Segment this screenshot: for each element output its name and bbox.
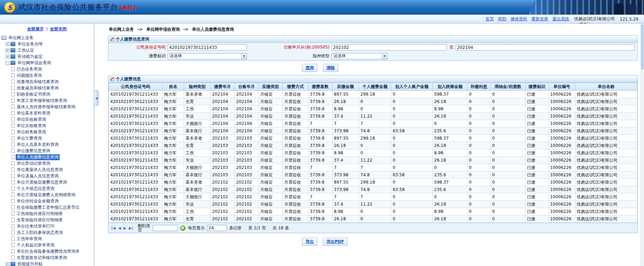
topbar-link[interactable]: 重新登录 xyxy=(531,16,548,22)
tree-item-label[interactable]: 单位应收账查询 xyxy=(16,117,47,123)
tree-leaf[interactable]: 个人权益记录单查询 xyxy=(0,242,94,248)
tree-item-label[interactable]: 个人卡状态信息查询 xyxy=(16,186,55,192)
tree-item-label[interactable]: 社会保险缴费工资申报汇总表导出 xyxy=(16,205,81,210)
tree-leaf[interactable]: 单位异动记录查询 xyxy=(0,160,94,167)
tree-item-label[interactable]: 单位月度核定缴费信息查询 xyxy=(16,179,68,185)
tree-leaf[interactable]: 单位欠费查询 xyxy=(0,135,94,141)
tree-expand-toggle[interactable]: + xyxy=(6,49,9,52)
first-page-button[interactable]: |◀ xyxy=(111,226,115,230)
sidebar-collapse-handle[interactable]: ◀ xyxy=(94,90,99,106)
topbar-link[interactable]: 修改密码 xyxy=(510,16,527,22)
tree-folder[interactable]: +工伤认定 xyxy=(0,47,94,53)
tree-leaf[interactable]: 生育就医登记审核结果查询 xyxy=(0,254,94,261)
clear-button[interactable]: 清除 xyxy=(323,64,338,72)
tree-leaf[interactable]: 已办业务查询 xyxy=(0,66,94,72)
tree-folder[interactable]: +劳动能力鉴定 xyxy=(0,53,94,60)
tree-item-label[interactable]: 单位异动记录查询 xyxy=(16,161,51,167)
tree-leaf[interactable]: 单位月度核定缴费信息查询 xyxy=(0,179,94,185)
tree-item-label[interactable]: 员工入职前参保状态查询 xyxy=(16,230,64,236)
tree-item-label[interactable]: 单位人员基本资料查询 xyxy=(16,142,60,148)
tree-item-label[interactable]: 生育保险待遇应付明细表 xyxy=(16,217,64,223)
query-button[interactable]: 查询 xyxy=(302,64,317,72)
topbar-link[interactable]: 帮助 xyxy=(498,16,506,22)
tree-item-label[interactable]: 单位人员缴费信息查询 xyxy=(16,154,60,160)
tree-leaf[interactable]: 社会保险缴费工资申报汇总表导出 xyxy=(0,204,94,210)
tree-leaf[interactable]: 职称资格证书查询 xyxy=(0,91,94,97)
prev-page-button[interactable]: ◀ xyxy=(118,226,121,230)
id-input[interactable] xyxy=(168,44,247,51)
tree-leaf[interactable]: 个人卡状态信息查询 xyxy=(0,185,94,192)
topbar-link[interactable]: 首页 xyxy=(485,16,494,22)
topbar-link[interactable]: 退出系统 xyxy=(552,16,569,22)
tree-item-label[interactable]: 单位实收账查询 xyxy=(16,123,47,129)
tree-leaf[interactable]: 单位税务账查询 xyxy=(0,129,94,135)
tree-item-label[interactable]: 工伤保险待遇应付明细表 xyxy=(16,211,64,217)
go-page-button[interactable] xyxy=(180,226,185,231)
tree-leaf[interactable]: 批量增员审核结果查询 xyxy=(0,79,94,85)
tree-leaf[interactable]: 员工入职前参保状态查询 xyxy=(0,229,94,236)
tree-item-label[interactable]: 技能提升补贴 xyxy=(16,261,44,266)
next-page-button[interactable]: ▶ xyxy=(123,226,126,230)
export-pdf-button[interactable]: 导出PDF xyxy=(323,238,348,246)
insurance-type-select[interactable]: 请选择 ▼ xyxy=(332,53,387,59)
tree-item-label[interactable]: 单位网申综合查询 xyxy=(16,60,52,66)
tree-item-label[interactable]: 单位往来结算单打印 xyxy=(16,223,55,229)
tree-leaf[interactable]: 年度工资申报审核结果查询 xyxy=(0,97,94,104)
tree-leaf[interactable]: 单位往来结算单打印 xyxy=(0,223,94,229)
tree-leaf[interactable]: 单位实收账查询 xyxy=(0,123,94,129)
tree-leaf[interactable]: 生育保险待遇应付明细表 xyxy=(0,217,94,223)
tree-item-label[interactable]: 劳动能力鉴定 xyxy=(16,54,44,60)
tree-item-label[interactable]: 工伤认定 xyxy=(16,47,35,53)
tree-leaf[interactable]: 单位基本资料查询 xyxy=(0,110,94,116)
tree-item-label[interactable]: 退休人员待遇申报审核结果查询 xyxy=(16,104,76,110)
goto-page-input[interactable] xyxy=(153,225,178,231)
tree-item-label[interactable]: 已办业务查询 xyxy=(16,66,43,72)
tree-item-label[interactable]: 单位税务账查询 xyxy=(16,129,47,135)
export-button[interactable]: 导出 xyxy=(302,238,317,246)
tree-leaf[interactable]: 单位人员基本资料查询 xyxy=(0,141,94,148)
tree-item-label[interactable]: 单位基本资料查询 xyxy=(16,110,51,116)
tree-item-label[interactable]: 单位月度核定缴费人员明细查询 xyxy=(16,192,76,198)
tree-root[interactable]: 单位网上业务 xyxy=(0,35,94,41)
tree-leaf[interactable]: 单位缴费信息查询 xyxy=(0,148,94,154)
tree-item-label[interactable]: 单位社会保险参保缴费情况查询单 xyxy=(16,249,81,254)
period-to-input[interactable] xyxy=(456,44,635,51)
tree-item-label[interactable]: 单位欠费查询 xyxy=(16,135,43,141)
tree-leaf[interactable]: 单位离退休人员信息查询 xyxy=(0,167,94,173)
pay-flag-select[interactable]: 请选择 ▼ xyxy=(168,53,247,59)
scrollbar-thumb[interactable] xyxy=(641,24,644,70)
breadcrumb-item[interactable]: 单位网申综合查询 xyxy=(146,27,180,32)
tree-item-label[interactable]: 年度工资申报审核结果查询 xyxy=(16,98,68,104)
vertical-scrollbar[interactable] xyxy=(641,24,644,266)
tree-folder[interactable]: -单位网申综合查询 xyxy=(0,60,94,66)
breadcrumb-item[interactable]: 单位人员缴费信息查询 xyxy=(192,27,234,32)
tree-folder[interactable]: +技能提升补贴 xyxy=(0,261,94,266)
tree-item-label[interactable]: 批量减员审核结果查询 xyxy=(16,85,60,91)
last-page-button[interactable]: ▶| xyxy=(129,226,133,230)
tree-item-label[interactable]: 个人权益记录单查询 xyxy=(16,242,55,248)
page-size-input[interactable] xyxy=(207,225,227,231)
tree-leaf[interactable]: 单位遗属人员信息查询 xyxy=(0,173,94,179)
tree-leaf[interactable]: 工伤年审查询 xyxy=(0,236,94,242)
tree-leaf[interactable]: 单位应收账查询 xyxy=(0,116,94,123)
tree-item-label[interactable]: 单位遗属人员信息查询 xyxy=(16,173,60,179)
tree-expand-toggle[interactable]: + xyxy=(6,55,9,59)
expand-all-link[interactable]: 全部展开 xyxy=(27,27,44,31)
tree-item-label[interactable]: 单位网上业务 xyxy=(7,35,35,41)
tree-leaf[interactable]: 退休人员待遇申报审核结果查询 xyxy=(0,104,94,110)
tree-item-label[interactable]: 问题报告查询 xyxy=(16,73,43,79)
tree-item-label[interactable]: 单位缴费信息查询 xyxy=(16,148,51,154)
tree-item-label[interactable]: 批量增员审核结果查询 xyxy=(16,79,60,85)
tree-expand-toggle[interactable]: + xyxy=(6,42,9,46)
tree-item-label[interactable]: 工伤年审查询 xyxy=(16,236,43,242)
tree-collapse-toggle[interactable]: - xyxy=(6,61,9,65)
tree-leaf[interactable]: 单位待转业金余额查询 xyxy=(0,198,94,204)
tree-folder[interactable]: +单位业务办理 xyxy=(0,41,94,47)
tree-leaf[interactable]: 单位社会保险参保缴费情况查询单 xyxy=(0,248,94,254)
breadcrumb-item[interactable]: 单位网上业务 xyxy=(109,27,134,32)
tree-item-label[interactable]: 单位待转业金余额查询 xyxy=(16,198,60,204)
tree-leaf[interactable]: 问题报告查询 xyxy=(0,72,94,79)
tree-leaf[interactable]: 单位月度核定缴费人员明细查询 xyxy=(0,192,94,198)
period-from-input[interactable] xyxy=(332,44,447,51)
tree-leaf[interactable]: 批量减员审核结果查询 xyxy=(0,85,94,91)
